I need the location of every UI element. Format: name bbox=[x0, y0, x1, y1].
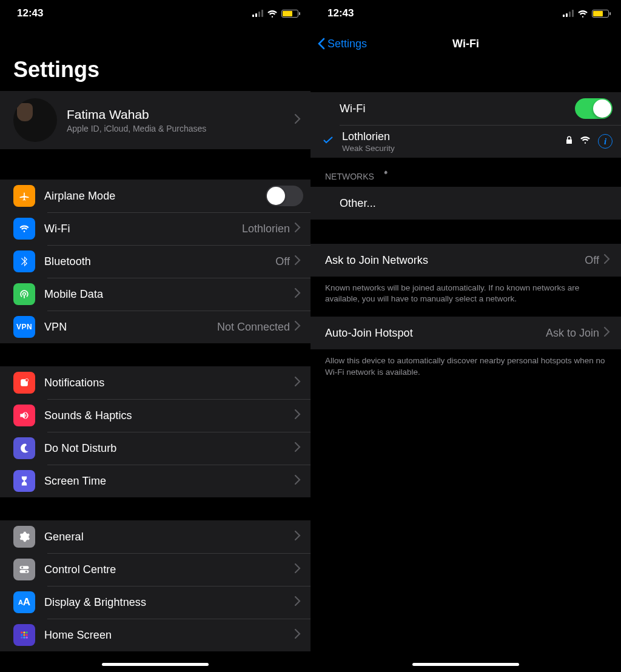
row-label: Wi-Fi bbox=[340, 102, 365, 115]
vpn-row[interactable]: VPN VPN Not Connected bbox=[0, 311, 310, 343]
status-bar: 12:43 bbox=[0, 0, 310, 27]
svg-point-8 bbox=[26, 631, 28, 633]
gear-icon bbox=[13, 526, 35, 548]
row-label: Ask to Join Networks bbox=[325, 254, 428, 267]
wifi-icon bbox=[13, 218, 35, 240]
grid-icon bbox=[13, 624, 35, 646]
wifi-settings-screen: 12:43 Settings Wi-Fi Wi-Fi Lothlorien We… bbox=[310, 0, 621, 672]
chevron-right-icon bbox=[294, 596, 303, 608]
bluetooth-row[interactable]: Bluetooth Off bbox=[0, 245, 310, 278]
networks-header: NETWORKS bbox=[310, 158, 621, 187]
airplane-icon bbox=[13, 185, 35, 207]
ask-to-join-footer: Known networks will be joined automatica… bbox=[310, 277, 621, 317]
cell-signal-icon bbox=[252, 10, 263, 17]
status-icons bbox=[563, 9, 609, 18]
toggles-icon bbox=[13, 559, 35, 580]
network-name: Lothlorien bbox=[342, 130, 395, 143]
svg-rect-4 bbox=[20, 570, 29, 573]
settings-root-screen: 12:43 Settings Fatima Wahab Apple ID, iC… bbox=[0, 0, 310, 672]
chevron-right-icon bbox=[294, 321, 303, 333]
wifi-status-icon bbox=[267, 9, 278, 18]
apple-id-row[interactable]: Fatima Wahab Apple ID, iCloud, Media & P… bbox=[0, 91, 310, 149]
page-title: Settings bbox=[0, 27, 310, 91]
row-label: Control Centre bbox=[44, 563, 116, 576]
row-label: Mobile Data bbox=[44, 288, 103, 301]
notifications-icon bbox=[13, 372, 35, 394]
connected-network-row[interactable]: Lothlorien Weak Security i bbox=[310, 125, 621, 158]
svg-point-9 bbox=[21, 634, 22, 636]
back-label: Settings bbox=[327, 38, 367, 50]
auto-join-hotspot-row[interactable]: Auto-Join Hotspot Ask to Join bbox=[310, 317, 621, 349]
network-security: Weak Security bbox=[342, 144, 395, 153]
row-label: Screen Time bbox=[44, 475, 106, 488]
antenna-icon bbox=[13, 283, 35, 305]
back-button[interactable]: Settings bbox=[317, 38, 367, 50]
row-label: Bluetooth bbox=[44, 255, 91, 268]
wifi-signal-icon bbox=[580, 136, 591, 147]
battery-icon bbox=[281, 10, 298, 18]
chevron-right-icon bbox=[294, 288, 303, 300]
chevron-right-icon bbox=[603, 254, 613, 266]
row-label: Sounds & Haptics bbox=[44, 409, 132, 422]
screentime-row[interactable]: Screen Time bbox=[0, 465, 310, 497]
ask-to-join-row[interactable]: Ask to Join Networks Off bbox=[310, 244, 621, 277]
display-row[interactable]: AA Display & Brightness bbox=[0, 586, 310, 619]
svg-rect-2 bbox=[20, 566, 29, 569]
airplane-mode-row[interactable]: Airplane Mode bbox=[0, 180, 310, 212]
status-time: 12:43 bbox=[327, 7, 354, 19]
chevron-right-icon bbox=[294, 475, 303, 487]
wifi-row[interactable]: Wi-Fi Lothlorien bbox=[0, 212, 310, 245]
notifications-row[interactable]: Notifications bbox=[0, 366, 310, 399]
lock-icon bbox=[566, 136, 572, 147]
mobile-data-row[interactable]: Mobile Data bbox=[0, 278, 310, 311]
svg-point-7 bbox=[23, 631, 25, 633]
row-label: Airplane Mode bbox=[44, 190, 115, 203]
nav-title: Wi-Fi bbox=[452, 38, 479, 50]
dnd-row[interactable]: Do Not Disturb bbox=[0, 432, 310, 465]
svg-point-13 bbox=[23, 637, 25, 639]
row-label: Auto-Join Hotspot bbox=[325, 327, 413, 340]
chevron-right-icon bbox=[294, 377, 303, 389]
chevron-right-icon bbox=[294, 531, 303, 543]
profile-sub: Apple ID, iCloud, Media & Purchases bbox=[67, 124, 294, 133]
svg-point-5 bbox=[25, 571, 27, 573]
row-value: Lothlorien bbox=[242, 223, 294, 235]
chevron-right-icon bbox=[294, 442, 303, 454]
row-value: Not Connected bbox=[217, 321, 294, 334]
spinner-icon bbox=[380, 171, 391, 182]
info-button[interactable]: i bbox=[598, 134, 613, 149]
other-network-row[interactable]: Other... bbox=[310, 187, 621, 220]
status-icons bbox=[252, 9, 298, 18]
svg-point-12 bbox=[21, 637, 22, 639]
row-label: Display & Brightness bbox=[44, 596, 146, 609]
home-indicator[interactable] bbox=[102, 663, 209, 666]
home-screen-row[interactable]: Home Screen bbox=[0, 619, 310, 651]
control-centre-row[interactable]: Control Centre bbox=[0, 553, 310, 586]
svg-point-6 bbox=[21, 631, 22, 633]
row-label: Other... bbox=[340, 197, 376, 210]
general-row[interactable]: General bbox=[0, 520, 310, 553]
row-label: VPN bbox=[44, 321, 67, 334]
wifi-status-icon bbox=[577, 9, 588, 18]
bluetooth-icon bbox=[13, 250, 35, 272]
chevron-right-icon bbox=[294, 409, 303, 422]
wifi-toggle[interactable] bbox=[575, 98, 613, 119]
nav-bar: Settings Wi-Fi bbox=[310, 29, 621, 58]
chevron-right-icon bbox=[294, 223, 303, 235]
home-indicator[interactable] bbox=[412, 663, 519, 666]
status-bar: 12:43 bbox=[310, 0, 621, 27]
moon-icon bbox=[13, 437, 35, 459]
sounds-row[interactable]: Sounds & Haptics bbox=[0, 399, 310, 432]
airplane-toggle[interactable] bbox=[266, 186, 303, 206]
svg-point-11 bbox=[26, 634, 28, 636]
svg-point-14 bbox=[26, 637, 28, 639]
avatar bbox=[13, 98, 57, 142]
chevron-right-icon bbox=[294, 114, 303, 126]
row-label: Do Not Disturb bbox=[44, 442, 116, 455]
checkmark-icon bbox=[323, 135, 334, 147]
speaker-icon bbox=[13, 405, 35, 426]
row-value: Off bbox=[275, 255, 294, 268]
wifi-toggle-row[interactable]: Wi-Fi bbox=[310, 92, 621, 125]
chevron-right-icon bbox=[603, 327, 613, 339]
cell-signal-icon bbox=[563, 10, 574, 17]
